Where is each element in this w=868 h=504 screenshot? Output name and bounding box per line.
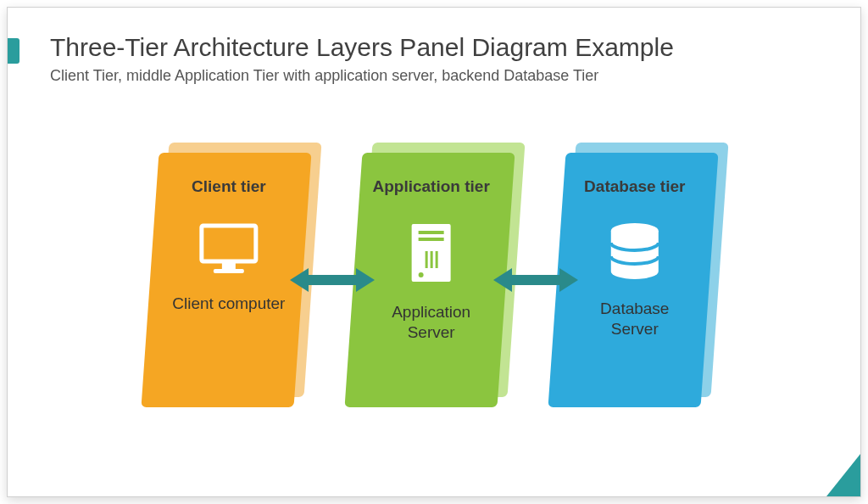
tier-title-client: Client tier bbox=[192, 176, 266, 197]
arrow-app-db bbox=[515, 263, 557, 297]
tier-label-client: Client computer bbox=[172, 294, 285, 315]
tier-title-db: Database tier bbox=[584, 176, 685, 197]
accent-right-triangle bbox=[826, 454, 860, 496]
svg-marker-11 bbox=[493, 268, 578, 292]
tier-label-db: Database Server bbox=[576, 299, 694, 340]
monitor-icon bbox=[198, 222, 259, 278]
tier-title-app: Application tier bbox=[372, 176, 489, 197]
database-cylinder-icon bbox=[609, 222, 661, 283]
svg-rect-7 bbox=[426, 251, 428, 268]
svg-rect-5 bbox=[419, 231, 444, 234]
arrow-client-app bbox=[311, 263, 353, 297]
panel-content-app: Application tier Application Server bbox=[372, 176, 491, 344]
panel-front-client: Client tier Client computer bbox=[142, 153, 312, 407]
accent-left-shape bbox=[7, 38, 19, 64]
tier-label-app: Application Server bbox=[372, 302, 491, 344]
double-arrow-icon bbox=[290, 263, 375, 297]
slide-subtitle: Client Tier, middle Application Tier wit… bbox=[50, 67, 818, 85]
svg-marker-3 bbox=[290, 268, 375, 292]
double-arrow-icon bbox=[493, 263, 578, 297]
server-tower-icon bbox=[410, 222, 453, 287]
tier-client: Client tier Client computer bbox=[150, 153, 311, 407]
svg-rect-1 bbox=[222, 263, 236, 269]
panel-content-client: Client tier Client computer bbox=[170, 176, 288, 314]
svg-rect-6 bbox=[419, 238, 444, 241]
diagram-area: Client tier Client computer bbox=[50, 127, 818, 433]
svg-point-10 bbox=[419, 272, 424, 277]
svg-rect-2 bbox=[214, 269, 244, 273]
tier-application: Application tier Application Server bbox=[353, 153, 515, 407]
svg-rect-9 bbox=[436, 251, 438, 268]
slide-container: Three-Tier Architecture Layers Panel Dia… bbox=[7, 7, 861, 497]
svg-rect-8 bbox=[431, 251, 433, 268]
tier-database: Database tier Database Server bbox=[557, 153, 718, 407]
panel-content-db: Database tier Database Server bbox=[576, 176, 694, 340]
slide-title: Three-Tier Architecture Layers Panel Dia… bbox=[50, 33, 818, 62]
svg-rect-0 bbox=[202, 226, 256, 261]
